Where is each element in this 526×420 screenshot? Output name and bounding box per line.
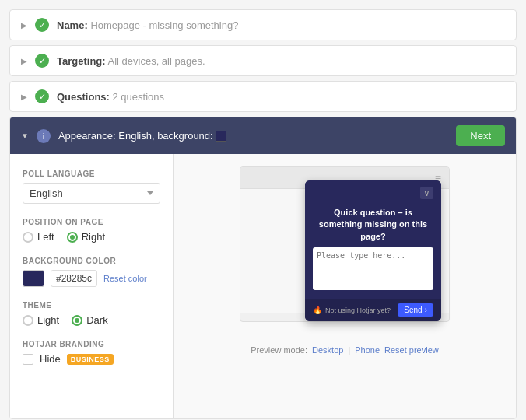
position-left-option[interactable]: Left (23, 231, 54, 243)
header-color-swatch (216, 131, 226, 142)
targeting-check-icon: ✓ (35, 54, 49, 68)
poll-footer: 🔥 Not using Hotjar yet? Send › (305, 299, 441, 321)
theme-light-label: Light (37, 314, 59, 326)
position-right-radio[interactable] (67, 232, 78, 243)
theme-dark-label: Dark (86, 314, 107, 326)
position-left-radio[interactable] (23, 232, 33, 243)
questions-section[interactable]: ▶ ✓ Questions: 2 questions (9, 81, 517, 112)
theme-label: THEME (23, 301, 160, 310)
position-radio-group: Left Right (23, 231, 160, 243)
theme-light-option[interactable]: Light (23, 314, 59, 326)
targeting-chevron[interactable]: ▶ (21, 57, 27, 65)
poll-body: Quick question – is something missing on… (305, 202, 441, 299)
position-left-label: Left (37, 231, 54, 243)
poll-branding: 🔥 Not using Hotjar yet? (313, 306, 391, 314)
theme-dark-radio[interactable] (72, 315, 82, 326)
branding-text: Not using Hotjar yet? (325, 306, 391, 314)
name-chevron[interactable]: ▶ (21, 21, 27, 30)
poll-send-button[interactable]: Send › (398, 303, 433, 317)
position-right-label: Right (82, 231, 105, 243)
hotjar-branding-row: Hide BUSINESS (23, 353, 160, 365)
poll-textarea[interactable] (313, 247, 433, 290)
poll-question: Quick question – is something missing on… (313, 207, 433, 243)
bg-color-label: BACKGROUND COLOR (23, 257, 160, 265)
name-section[interactable]: ▶ ✓ Name: Homepage - missing something? (9, 9, 517, 40)
position-label: POSITION ON PAGE (23, 218, 160, 226)
hotjar-branding-group: HOTJAR BRANDING Hide BUSINESS (23, 340, 160, 365)
name-label: Name: Homepage - missing something? (57, 19, 238, 31)
theme-dark-radio-inner (75, 318, 79, 323)
appearance-section: ▼ i Appearance: English, background: Nex… (9, 117, 517, 419)
position-right-option[interactable]: Right (67, 231, 105, 243)
preview-footer: Preview mode: Desktop | Phone Reset prev… (251, 345, 439, 355)
browser-mockup: ≡ ∨ Quick question – is something missin… (240, 166, 450, 322)
theme-dark-option[interactable]: Dark (72, 314, 107, 326)
bg-color-group: BACKGROUND COLOR #28285c Reset color (23, 257, 160, 287)
reset-preview-link[interactable]: Reset preview (384, 345, 439, 355)
questions-chevron[interactable]: ▶ (21, 93, 27, 101)
poll-widget: ∨ Quick question – is something missing … (305, 180, 441, 321)
hotjar-flame-icon: 🔥 (313, 306, 322, 314)
bg-color-value: #28285c (51, 270, 97, 287)
appearance-header-label: Appearance: English, background: (58, 130, 448, 142)
theme-light-radio[interactable] (23, 315, 33, 326)
name-check-icon: ✓ (35, 18, 49, 32)
questions-check-icon: ✓ (35, 89, 49, 103)
send-arrow-icon: › (425, 306, 427, 314)
phone-link[interactable]: Phone (355, 345, 380, 355)
appearance-controls: POLL LANGUAGE English POSITION ON PAGE L… (10, 154, 174, 418)
appearance-body: POLL LANGUAGE English POSITION ON PAGE L… (10, 154, 516, 418)
targeting-section[interactable]: ▶ ✓ Targeting: All devices, all pages. (9, 45, 517, 76)
poll-collapse-button[interactable]: ∨ (420, 187, 433, 199)
appearance-header[interactable]: ▼ i Appearance: English, background: Nex… (10, 117, 516, 154)
color-row: #28285c Reset color (23, 270, 160, 287)
footer-separator: | (348, 345, 350, 355)
poll-language-group: POLL LANGUAGE English (23, 170, 160, 204)
browser-content: ∨ Quick question – is something missing … (240, 189, 449, 313)
poll-widget-header: ∨ (305, 180, 441, 202)
questions-label: Questions: 2 questions (57, 91, 164, 103)
appearance-chevron[interactable]: ▼ (21, 131, 29, 140)
poll-language-label: POLL LANGUAGE (23, 170, 160, 178)
preview-mode-label: Preview mode: (251, 345, 307, 355)
reset-color-link[interactable]: Reset color (103, 274, 147, 283)
targeting-label: Targeting: All devices, all pages. (57, 55, 205, 67)
hide-label: Hide (40, 353, 61, 365)
theme-radio-group: Light Dark (23, 314, 160, 326)
poll-language-select[interactable]: English (23, 183, 160, 204)
position-group: POSITION ON PAGE Left Right (23, 218, 160, 243)
desktop-link[interactable]: Desktop (312, 345, 343, 355)
next-button[interactable]: Next (456, 125, 505, 146)
main-container: ▶ ✓ Name: Homepage - missing something? … (0, 0, 526, 420)
position-right-radio-inner (70, 235, 75, 240)
appearance-info-icon: i (37, 129, 51, 143)
preview-area: ≡ ∨ Quick question – is something missin… (174, 154, 516, 418)
hotjar-branding-label: HOTJAR BRANDING (23, 340, 160, 348)
business-badge: BUSINESS (67, 354, 114, 365)
hide-checkbox[interactable] (23, 354, 33, 365)
bg-color-swatch[interactable] (23, 270, 44, 287)
theme-group: THEME Light Dark (23, 301, 160, 326)
